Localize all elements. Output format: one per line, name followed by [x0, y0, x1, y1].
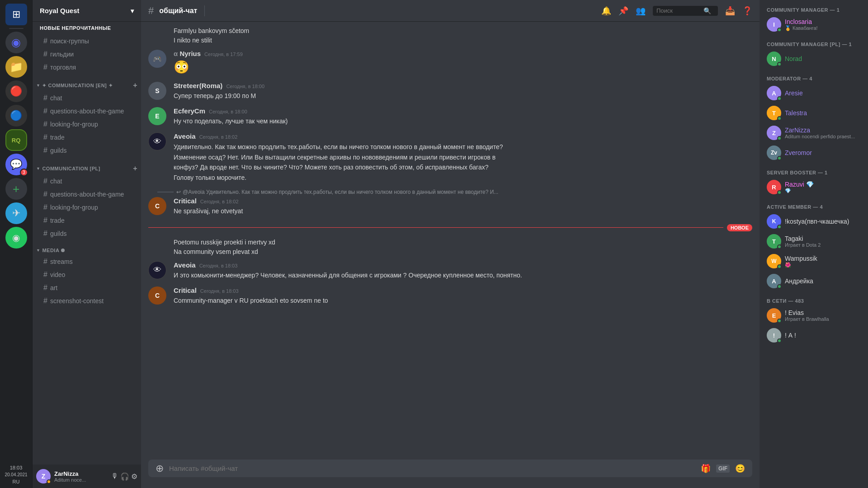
app-icon-blue[interactable]: 🔵 — [5, 105, 27, 127]
add-content-button[interactable]: ⊕ — [156, 463, 164, 474]
channel-item-chat-pl[interactable]: # chat — [36, 175, 137, 188]
message-author[interactable]: Critical — [174, 286, 197, 294]
category-communication-pl[interactable]: ▼ COMMUNICATION [PL] + — [33, 157, 141, 174]
member-name: ZarNizza — [785, 127, 861, 134]
channel-item-qatg-pl[interactable]: # questions-about-the-game — [36, 188, 137, 201]
message-text: Na community vsem plevat xd — [174, 247, 275, 257]
member-item-evias[interactable]: E ! Evias Играет в Brawlhalla — [763, 305, 864, 325]
channel-item-lfg-en[interactable]: # looking-for-group — [36, 118, 137, 131]
message-text: Супер теперь до 19:00 по М — [174, 91, 264, 101]
message-timestamp: Сегодня, в 17:59 — [204, 52, 243, 57]
help-icon[interactable]: ❓ — [742, 6, 752, 16]
notification-badge: 3 — [20, 169, 28, 176]
member-name: Zveromor — [785, 149, 812, 156]
gif-button[interactable]: GIF — [716, 465, 730, 473]
green-app-icon[interactable]: ◉ — [5, 227, 27, 249]
member-item-zveromor[interactable]: Zv Zveromor — [763, 143, 864, 163]
pin-icon[interactable]: 📌 — [618, 6, 628, 16]
telegram-icon[interactable]: ✈ — [5, 202, 27, 224]
channel-item-guilds-en[interactable]: # guilds — [36, 144, 137, 157]
channel-item-poisk[interactable]: # поиск-группы — [36, 35, 137, 47]
member-item-norad[interactable]: N Norad — [763, 49, 864, 69]
member-sub: Играет в Dota 2 — [785, 242, 821, 248]
member-item-kostya[interactable]: K !kostya(пвп-чкашечка) — [763, 211, 864, 231]
channel-item-art[interactable]: # art — [36, 282, 137, 294]
status-indicator — [777, 190, 782, 195]
member-category-cm: COMMUNITY MANAGER — 1 — [763, 0, 864, 14]
chevron-down-icon: ▾ — [131, 7, 134, 14]
channel-item-trade-en[interactable]: # trade — [36, 131, 137, 144]
gift-icon[interactable]: 🎁 — [701, 464, 711, 474]
channel-item-qatg-en[interactable]: # questions-about-the-game — [36, 105, 137, 117]
member-item-ia[interactable]: ! ! А ! — [763, 325, 864, 345]
bell-icon[interactable]: 🔔 — [601, 6, 611, 16]
inbox-icon[interactable]: 📥 — [725, 6, 735, 16]
media-dot — [61, 249, 65, 252]
status-indicator — [777, 136, 782, 141]
message-author[interactable]: Critical — [174, 197, 197, 205]
royal-quest-server-icon[interactable]: RQ — [5, 129, 27, 151]
settings-icon[interactable]: ⚙ — [131, 472, 137, 481]
windows-icon[interactable]: ⊞ — [5, 4, 27, 25]
message-text: Community-manager v RU proektach eto sov… — [174, 296, 328, 305]
channel-item-chat-en[interactable]: # chat — [36, 92, 137, 104]
server-name: Royal Quest — [40, 7, 80, 14]
add-channel-button[interactable]: + — [133, 81, 137, 89]
message-group: Poetomu russkije proekti i mertvy xd Na … — [141, 237, 760, 258]
message-input[interactable] — [169, 460, 701, 477]
member-sub: Играет в Brawlhalla — [785, 316, 829, 322]
channel-item-screenshot-contest[interactable]: # screenshot-contest — [36, 295, 137, 307]
microphone-icon[interactable]: 🎙 — [111, 472, 118, 480]
search-box[interactable]: 🔍 — [653, 6, 718, 16]
member-avatar: T — [767, 234, 781, 249]
channel-item-lfg-pl[interactable]: # looking-for-group — [36, 201, 137, 214]
member-item-inclosaria[interactable]: I Inclosaria 🏅 Кавабанга! — [763, 14, 864, 34]
channel-item-trade-pl[interactable]: # trade — [36, 214, 137, 227]
add-channel-button[interactable]: + — [133, 164, 137, 173]
folder-icon[interactable]: 📁 — [5, 56, 27, 78]
message-group: 👁 Aveoia Сегодня, в 18:03 И это комьюнит… — [141, 258, 760, 283]
message-author[interactable]: α Nyrius — [174, 50, 201, 57]
member-item-razuvi[interactable]: R Razuvi 💎 💎 — [763, 177, 864, 197]
channel-item-video[interactable]: # video — [36, 268, 137, 281]
channel-item-torgovlya[interactable]: # торговля — [36, 61, 137, 74]
message-avatar: S — [148, 82, 166, 100]
reply-icon: ↩ — [176, 189, 181, 195]
member-item-andreika[interactable]: А Андрейка — [763, 271, 864, 291]
member-item-wampussik[interactable]: W Wampussik 🌺 — [763, 251, 864, 271]
search-input[interactable] — [656, 7, 702, 14]
members-icon[interactable]: 👥 — [636, 6, 646, 16]
emoji-icon[interactable]: 😊 — [735, 464, 745, 474]
message-author[interactable]: Aveoia — [174, 132, 196, 140]
category-communication-en[interactable]: ▼ ✦ COMMUNICATION [EN] ✦ + — [33, 74, 141, 91]
server-header[interactable]: Royal Quest ▾ — [33, 0, 141, 22]
discord-home-icon[interactable]: ◉ — [5, 32, 27, 53]
member-item-talestra[interactable]: T Talestra — [763, 103, 864, 123]
hash-icon: # — [43, 146, 47, 155]
category-media[interactable]: ▼ MEDIA — [33, 240, 141, 255]
channel-item-guilds-pl[interactable]: # guilds — [36, 227, 137, 240]
member-item-aresie[interactable]: A Aresie — [763, 83, 864, 103]
app-icon-red[interactable]: 🔴 — [5, 80, 27, 102]
message-header: Critical Сегодня, в 18:03 — [174, 286, 328, 294]
status-indicator — [777, 284, 782, 289]
message-author[interactable]: EcferyCm — [174, 107, 205, 115]
hash-icon: # — [43, 120, 47, 128]
message-author[interactable]: Aveoia — [174, 261, 196, 269]
channel-item-gildii[interactable]: # гильдии — [36, 48, 137, 61]
member-item-zarnizza[interactable]: Z ZarNizza Aditum nocendi perfido praest… — [763, 123, 864, 143]
message-author[interactable]: Streteer(Roma) — [174, 82, 222, 89]
member-avatar: Zv — [767, 145, 781, 160]
message-input-actions: 🎁 GIF 😊 — [701, 464, 745, 474]
add-server-button[interactable]: + — [5, 178, 27, 200]
message-group: ↩ @Aveoia Удивительно. Как так можно про… — [141, 186, 760, 219]
message-text: 😳 — [174, 59, 243, 75]
message-group: E EcferyCm Сегодня, в 18:00 Ну что подел… — [141, 104, 760, 129]
discord-server-icon[interactable]: 💬 3 — [5, 154, 27, 175]
message-timestamp: Сегодня, в 18:00 — [209, 109, 247, 114]
member-item-tagaki[interactable]: T Tagaki Играет в Dota 2 — [763, 231, 864, 251]
channel-item-streams[interactable]: # streams — [36, 255, 137, 268]
user-bar: Z ZarNizza Aditum noce... 🎙 🎧 ⚙ — [33, 465, 141, 488]
headphones-icon[interactable]: 🎧 — [120, 472, 129, 481]
member-name: Tagaki — [785, 235, 821, 242]
